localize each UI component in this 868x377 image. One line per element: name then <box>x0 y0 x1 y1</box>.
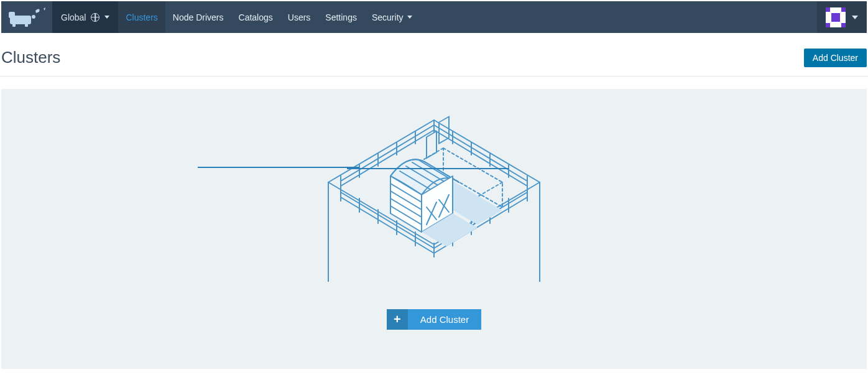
svg-rect-3 <box>25 23 28 27</box>
nav-item-label: Settings <box>325 12 357 22</box>
svg-rect-37 <box>427 131 436 158</box>
scope-label: Global <box>61 12 86 22</box>
cow-logo-icon <box>6 7 47 28</box>
nav-item-label: Catalogs <box>239 12 273 22</box>
page-header: Clusters Add Cluster <box>0 33 868 77</box>
empty-illustration <box>272 114 596 282</box>
chevron-down-icon <box>104 16 109 19</box>
nav-item-node-drivers[interactable]: Node Drivers <box>165 1 231 33</box>
nav-item-users[interactable]: Users <box>280 1 318 33</box>
svg-rect-2 <box>12 23 16 27</box>
nav-item-label: Clusters <box>126 12 157 22</box>
nav-spacer <box>420 1 817 33</box>
scope-selector[interactable]: Global <box>52 1 118 33</box>
page-title: Clusters <box>1 48 804 67</box>
empty-state: + Add Cluster <box>1 89 867 369</box>
svg-rect-1 <box>9 12 15 18</box>
divider <box>347 168 509 169</box>
nav-item-label: Node Drivers <box>173 12 224 22</box>
chevron-down-icon <box>852 16 858 19</box>
add-cluster-button[interactable]: Add Cluster <box>804 49 867 67</box>
divider <box>198 167 359 168</box>
chevron-down-icon <box>407 16 412 19</box>
nav-item-label: Users <box>288 12 311 22</box>
brand-logo[interactable] <box>1 1 52 33</box>
nav-item-settings[interactable]: Settings <box>318 1 364 33</box>
nav-items: ClustersNode DriversCatalogsUsersSetting… <box>118 1 419 33</box>
add-cluster-cta[interactable]: + Add Cluster <box>387 309 481 330</box>
nav-item-clusters[interactable]: Clusters <box>118 1 165 33</box>
farm-illustration-icon <box>316 114 552 282</box>
plus-icon: + <box>387 309 408 330</box>
top-nav: Global ClustersNode DriversCatalogsUsers… <box>1 1 867 33</box>
nav-item-security[interactable]: Security <box>364 1 420 33</box>
user-menu[interactable] <box>817 1 867 33</box>
add-cluster-cta-label: Add Cluster <box>408 309 481 330</box>
avatar <box>826 7 846 27</box>
nav-item-label: Security <box>372 12 404 22</box>
globe-icon <box>91 13 99 22</box>
svg-point-4 <box>32 15 35 19</box>
svg-rect-38 <box>439 116 449 143</box>
nav-item-catalogs[interactable]: Catalogs <box>231 1 280 33</box>
